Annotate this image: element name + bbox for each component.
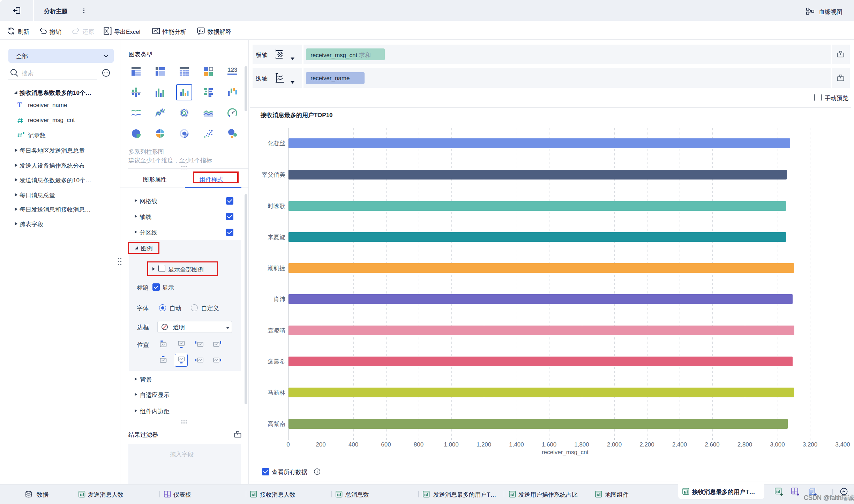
svg-text:123: 123 bbox=[227, 67, 237, 73]
